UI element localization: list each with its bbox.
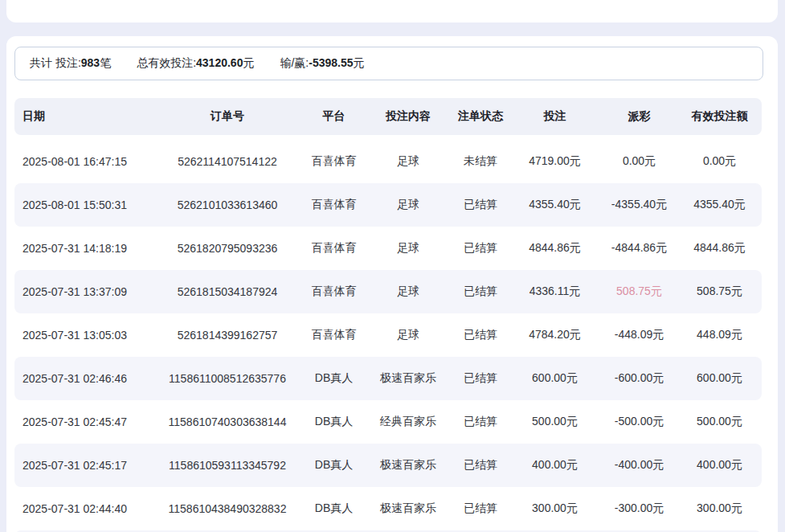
cell-payout: -4844.86元 <box>601 241 677 256</box>
table-row: 2025-08-01 15:50:315262101033613460百喜体育足… <box>14 183 762 227</box>
cell-order: 5261820795093236 <box>151 242 304 255</box>
cell-content: 经典百家乐 <box>364 415 452 429</box>
cell-date: 2025-07-31 02:44:40 <box>14 502 151 515</box>
cell-bet: 4844.86元 <box>509 241 601 256</box>
column-header-order: 订单号 <box>151 109 304 124</box>
cell-platform: DB真人 <box>304 501 364 516</box>
column-header-date: 日期 <box>14 109 151 124</box>
cell-bet: 4355.40元 <box>509 198 601 212</box>
cell-bet: 600.00元 <box>509 371 601 386</box>
cell-status: 未结算 <box>452 154 509 169</box>
cell-content: 足球 <box>364 154 452 169</box>
cell-platform: 百喜体育 <box>304 154 364 169</box>
cell-order: 1158610593113345792 <box>151 459 304 472</box>
cell-order: 1158610438490328832 <box>151 502 304 515</box>
cell-valid: 508.75元 <box>677 284 762 299</box>
cell-content: 足球 <box>364 284 452 299</box>
summary-win-loss: 输/赢:-5398.55元 <box>280 56 364 71</box>
table-body: 2025-08-01 16:47:155262114107514122百喜体育足… <box>14 140 762 532</box>
cell-status: 已结算 <box>452 328 509 342</box>
cell-order: 5261814399162757 <box>151 329 304 342</box>
cell-date: 2025-08-01 16:47:15 <box>14 155 151 168</box>
table-row: 2025-07-31 02:45:471158610740303638144DB… <box>14 400 762 444</box>
cell-content: 足球 <box>364 198 452 212</box>
cell-valid: 4355.40元 <box>677 198 762 212</box>
column-header-bet: 投注 <box>509 109 601 124</box>
cell-status: 已结算 <box>452 501 509 516</box>
column-header-payout: 派彩 <box>601 109 677 124</box>
cell-status: 已结算 <box>452 198 509 212</box>
cell-status: 已结算 <box>452 458 509 473</box>
summary-bar: 共计 投注:983笔 总有效投注:43120.60元 输/赢:-5398.55元 <box>14 47 763 80</box>
cell-status: 已结算 <box>452 371 509 386</box>
column-header-platform: 平台 <box>304 109 364 124</box>
cell-date: 2025-07-31 02:45:17 <box>14 459 151 472</box>
cell-valid: 300.00元 <box>677 501 762 516</box>
cell-platform: DB真人 <box>304 458 364 473</box>
cell-payout: -500.00元 <box>601 415 677 429</box>
cell-content: 足球 <box>364 241 452 256</box>
cell-date: 2025-08-01 15:50:31 <box>14 198 151 211</box>
cell-content: 足球 <box>364 328 452 342</box>
cell-payout: 0.00元 <box>601 154 677 169</box>
cell-bet: 4784.20元 <box>509 328 601 342</box>
table-row: 2025-07-31 02:44:401158610438490328832DB… <box>14 487 762 530</box>
table-row: 2025-07-31 02:45:171158610593113345792DB… <box>14 444 762 487</box>
cell-content: 极速百家乐 <box>364 458 452 473</box>
cell-valid: 448.09元 <box>677 328 762 342</box>
cell-bet: 4719.00元 <box>509 154 601 169</box>
cell-bet: 400.00元 <box>509 458 601 473</box>
column-header-status: 注单状态 <box>452 109 509 124</box>
table-row: 2025-07-31 02:46:461158611008512635776DB… <box>14 357 762 400</box>
cell-content: 极速百家乐 <box>364 501 452 516</box>
cell-bet: 4336.11元 <box>509 284 601 299</box>
cell-platform: 百喜体育 <box>304 328 364 342</box>
records-card: 共计 投注:983笔 总有效投注:43120.60元 输/赢:-5398.55元… <box>6 36 778 532</box>
cell-valid: 500.00元 <box>677 415 762 429</box>
cell-platform: 百喜体育 <box>304 241 364 256</box>
cell-payout: -300.00元 <box>601 501 677 516</box>
cell-platform: DB真人 <box>304 371 364 386</box>
cell-bet: 300.00元 <box>509 501 601 516</box>
cell-payout: -600.00元 <box>601 371 677 386</box>
cell-date: 2025-07-31 14:18:19 <box>14 242 151 255</box>
cell-date: 2025-07-31 02:45:47 <box>14 415 151 428</box>
cell-bet: 500.00元 <box>509 415 601 429</box>
cell-platform: DB真人 <box>304 415 364 429</box>
cell-status: 已结算 <box>452 284 509 299</box>
column-header-valid: 有效投注额 <box>677 109 762 124</box>
cell-valid: 0.00元 <box>677 154 762 169</box>
betting-records-page: 共计 投注:983笔 总有效投注:43120.60元 输/赢:-5398.55元… <box>0 0 785 532</box>
table-row: 2025-07-31 13:05:035261814399162757百喜体育足… <box>14 313 762 357</box>
cell-status: 已结算 <box>452 415 509 429</box>
cell-platform: 百喜体育 <box>304 198 364 212</box>
cell-order: 5262101033613460 <box>151 198 304 211</box>
summary-valid-bets: 总有效投注:43120.60元 <box>137 56 254 71</box>
cell-date: 2025-07-31 13:05:03 <box>14 329 151 342</box>
cell-payout: -4355.40元 <box>601 198 677 212</box>
cell-status: 已结算 <box>452 241 509 256</box>
cell-order: 5262114107514122 <box>151 155 304 168</box>
cell-payout: -400.00元 <box>601 458 677 473</box>
cell-payout: -448.09元 <box>601 328 677 342</box>
cell-order: 1158610740303638144 <box>151 415 304 428</box>
cell-valid: 4844.86元 <box>677 241 762 256</box>
cell-order: 1158611008512635776 <box>151 372 304 385</box>
table-row: 2025-08-01 16:47:155262114107514122百喜体育足… <box>14 140 762 183</box>
cell-order: 5261815034187924 <box>151 285 304 298</box>
cell-valid: 400.00元 <box>677 458 762 473</box>
table-row: 2025-07-31 14:18:195261820795093236百喜体育足… <box>14 227 762 270</box>
table-row: 2025-07-31 13:37:095261815034187924百喜体育足… <box>14 270 762 313</box>
cell-date: 2025-07-31 13:37:09 <box>14 285 151 298</box>
cell-platform: 百喜体育 <box>304 284 364 299</box>
cell-date: 2025-07-31 02:46:46 <box>14 372 151 385</box>
summary-total-bets: 共计 投注:983笔 <box>30 56 111 71</box>
cell-valid: 600.00元 <box>677 371 762 386</box>
cell-content: 极速百家乐 <box>364 371 452 386</box>
filter-toolbar-card <box>6 0 778 23</box>
table-header: 日期订单号平台投注内容注单状态投注派彩有效投注额 <box>14 98 762 135</box>
column-header-content: 投注内容 <box>364 109 452 124</box>
cell-payout: 508.75元 <box>601 284 677 299</box>
